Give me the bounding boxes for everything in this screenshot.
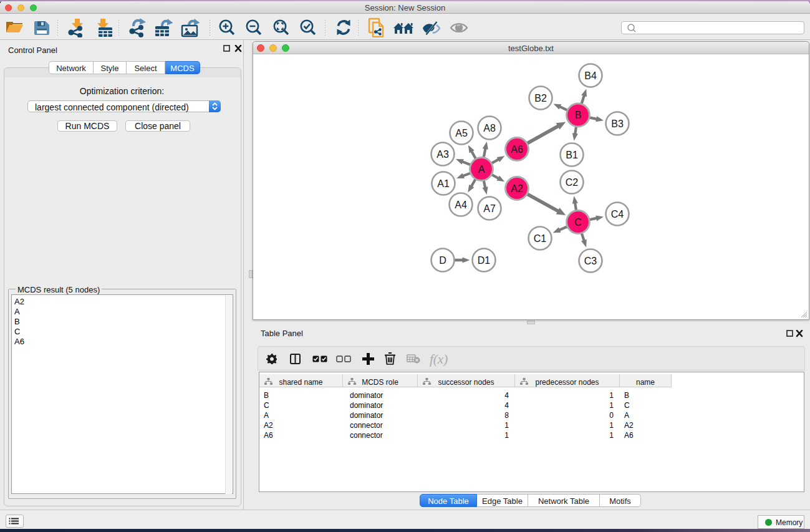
svg-text:C4: C4 xyxy=(611,209,624,220)
svg-text:A5: A5 xyxy=(455,128,468,138)
svg-text:B2: B2 xyxy=(534,93,547,104)
svg-text:B4: B4 xyxy=(584,70,597,81)
svg-text:C3: C3 xyxy=(584,256,597,266)
svg-text:A: A xyxy=(478,164,485,175)
svg-text:C2: C2 xyxy=(566,177,579,188)
svg-text:D: D xyxy=(439,255,446,266)
svg-text:B3: B3 xyxy=(611,118,624,129)
svg-text:A6: A6 xyxy=(511,144,523,155)
svg-text:A3: A3 xyxy=(436,149,449,160)
svg-text:C: C xyxy=(574,217,582,228)
svg-text:B: B xyxy=(575,110,582,120)
svg-text:A4: A4 xyxy=(455,200,467,210)
svg-text:A2: A2 xyxy=(511,183,523,194)
svg-text:A7: A7 xyxy=(483,203,496,214)
svg-text:D1: D1 xyxy=(478,255,491,266)
svg-text:B1: B1 xyxy=(566,150,578,160)
svg-text:A1: A1 xyxy=(437,178,450,189)
svg-text:A8: A8 xyxy=(483,123,496,133)
svg-text:C1: C1 xyxy=(534,233,547,244)
